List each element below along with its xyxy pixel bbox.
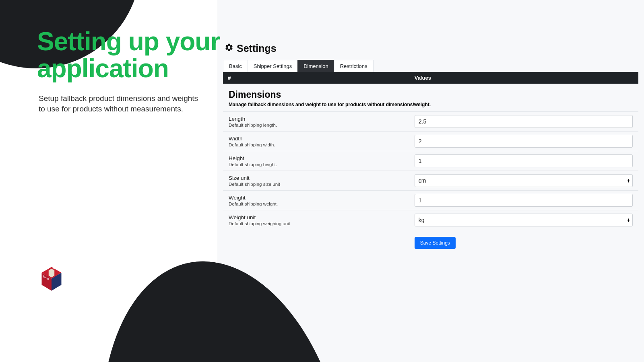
page-subtitle: Setup fallback product dimensions and we… [39, 93, 200, 114]
field-label-size_unit: Size unit [229, 175, 415, 181]
field-row-width: WidthDefault shipping width. [223, 131, 638, 151]
field-label-length: Length [229, 116, 415, 122]
weight_unit-select[interactable]: kg [415, 214, 633, 226]
settings-heading-text: Settings [237, 43, 277, 54]
settings-tabs: BasicShipper SettingsDimensionRestrictio… [223, 60, 638, 72]
table-header-key: # [228, 75, 415, 81]
field-desc-length: Default shipping length. [229, 123, 415, 128]
field-label-width: Width [229, 136, 415, 142]
section-title: Dimensions [229, 89, 633, 100]
settings-heading: Settings [225, 43, 638, 54]
table-header: # Values [223, 72, 638, 84]
field-row-height: HeightDefault shipping height. [223, 151, 638, 171]
svg-text:VISTA: VISTA [53, 263, 61, 270]
tab-shipper-settings[interactable]: Shipper Settings [248, 60, 298, 72]
field-label-height: Height [229, 155, 415, 161]
field-desc-weight: Default shipping weight. [229, 202, 415, 206]
field-label-weight_unit: Weight unit [229, 214, 415, 220]
table-header-values: Values [415, 75, 634, 81]
field-label-weight: Weight [229, 195, 415, 201]
field-row-weight_unit: Weight unitDefault shipping weighing uni… [223, 210, 638, 230]
page-title: Setting up yourapplication [37, 28, 220, 82]
field-desc-size_unit: Default shipping size unit [229, 182, 415, 187]
save-settings-button[interactable]: Save Settings [415, 237, 456, 249]
width-input[interactable] [415, 135, 633, 148]
length-input[interactable] [415, 115, 633, 128]
field-row-weight: WeightDefault shipping weight. [223, 190, 638, 210]
tab-basic[interactable]: Basic [223, 60, 248, 72]
section-caption: Manage fallback dimensions and weight to… [229, 102, 633, 107]
gear-icon [225, 43, 233, 54]
height-input[interactable] [415, 154, 633, 167]
tab-restrictions[interactable]: Restrictions [334, 60, 374, 72]
field-desc-weight_unit: Default shipping weighing unit [229, 221, 415, 226]
field-row-size_unit: Size unitDefault shipping size unitcm [223, 171, 638, 190]
field-desc-height: Default shipping height. [229, 162, 415, 167]
tab-dimension[interactable]: Dimension [297, 60, 334, 72]
size_unit-select[interactable]: cm [415, 174, 633, 187]
field-row-length: LengthDefault shipping length. [223, 111, 638, 131]
shipvista-logo: SHIP VISTA [37, 263, 66, 294]
weight-input[interactable] [415, 194, 633, 207]
field-desc-width: Default shipping width. [229, 142, 415, 147]
